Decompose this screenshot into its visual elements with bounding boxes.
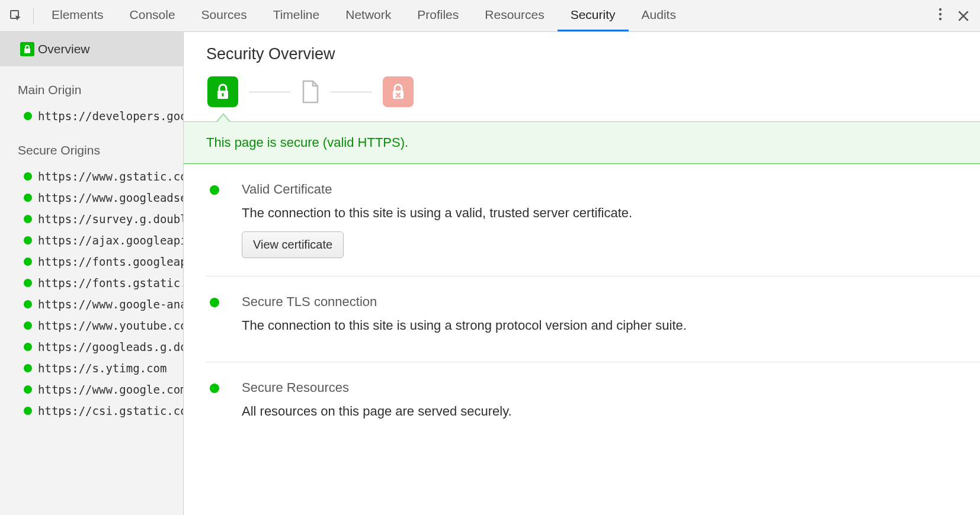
security-detail-block: Valid CertificateThe connection to this … xyxy=(206,164,980,276)
tab-sources[interactable]: Sources xyxy=(188,0,260,31)
origin-url: https://www.gstatic.com xyxy=(38,170,183,183)
secure-origins-header: Secure Origins xyxy=(0,127,183,166)
svg-rect-6 xyxy=(24,49,30,53)
devtools-tabbar: ElementsConsoleSourcesTimelineNetworkPro… xyxy=(0,0,980,32)
svg-point-1 xyxy=(939,8,941,10)
secure-dot-icon xyxy=(24,215,32,223)
tab-timeline[interactable]: Timeline xyxy=(260,0,333,31)
origin-item[interactable]: https://fonts.gstatic.com xyxy=(24,272,183,294)
tab-resources[interactable]: Resources xyxy=(472,0,557,31)
origin-item[interactable]: https://survey.g.doubleclick.net xyxy=(24,208,183,230)
tab-audits[interactable]: Audits xyxy=(629,0,689,31)
secure-dot-icon xyxy=(24,385,32,394)
origin-item[interactable]: https://fonts.googleapis.com xyxy=(24,251,183,272)
tab-security[interactable]: Security xyxy=(558,0,629,31)
sidebar-overview[interactable]: Overview xyxy=(0,32,183,66)
detail-description: All resources on this page are served se… xyxy=(242,404,956,419)
secure-dot-icon xyxy=(24,279,32,287)
origin-item[interactable]: https://www.gstatic.com xyxy=(24,166,183,187)
secure-dot-icon xyxy=(24,194,32,202)
insecure-state-icon xyxy=(383,76,414,107)
tabs-container: ElementsConsoleSourcesTimelineNetworkPro… xyxy=(39,0,689,31)
origin-url: https://www.youtube.com xyxy=(38,319,183,332)
security-sidebar: Overview Main Origin https://developers.… xyxy=(0,32,184,515)
svg-point-3 xyxy=(939,17,941,20)
origin-url: https://www.google.com xyxy=(38,383,183,396)
secure-dot-icon xyxy=(24,236,32,244)
origin-item[interactable]: https://s.ytimg.com xyxy=(24,358,183,379)
secure-dot-icon xyxy=(24,364,32,372)
secure-dot-icon xyxy=(24,258,32,266)
svg-rect-8 xyxy=(222,93,224,96)
secure-dot-icon xyxy=(210,298,219,307)
svg-point-2 xyxy=(939,12,941,15)
close-icon[interactable] xyxy=(957,10,969,22)
origin-url: https://googleads.g.doubleclick.net xyxy=(38,340,183,353)
origin-item[interactable]: https://googleads.g.doubleclick.net xyxy=(24,336,183,358)
security-detail-block: Secure ResourcesAll resources on this pa… xyxy=(206,362,980,448)
page-title: Security Overview xyxy=(206,45,980,63)
origin-item[interactable]: https://developers.google.com xyxy=(24,105,183,127)
secure-dot-icon xyxy=(210,384,219,393)
origin-url: https://www.googleadservices.com xyxy=(38,191,183,204)
secure-origin-list: https://www.gstatic.comhttps://www.googl… xyxy=(0,166,183,421)
origin-url: https://fonts.googleapis.com xyxy=(38,255,183,268)
detail-title: Secure Resources xyxy=(242,380,956,395)
detail-title: Valid Certificate xyxy=(242,182,956,197)
sidebar-overview-label: Overview xyxy=(38,42,90,56)
secure-dot-icon xyxy=(24,407,32,415)
tab-console[interactable]: Console xyxy=(117,0,188,31)
inspect-element-icon[interactable] xyxy=(7,7,25,25)
secure-dot-icon xyxy=(24,172,32,181)
origin-url: https://ajax.googleapis.com xyxy=(38,234,183,247)
secure-dot-icon xyxy=(210,185,219,195)
security-main-panel: Security Overview xyxy=(184,32,980,515)
security-state-indicator xyxy=(206,76,980,107)
secure-dot-icon xyxy=(24,343,32,351)
origin-url: https://www.google-analytics.com xyxy=(38,298,183,311)
main-origin-header: Main Origin xyxy=(0,66,183,105)
view-certificate-button[interactable]: View certificate xyxy=(242,231,344,258)
origin-url: https://s.ytimg.com xyxy=(38,362,166,375)
origin-item[interactable]: https://www.google-analytics.com xyxy=(24,294,183,315)
secure-dot-icon xyxy=(24,321,32,330)
main-origin-list: https://developers.google.com xyxy=(0,105,183,127)
security-status-banner: This page is secure (valid HTTPS). xyxy=(184,121,980,164)
state-connector-line xyxy=(331,92,372,92)
origin-url: https://developers.google.com xyxy=(38,110,183,123)
origin-item[interactable]: https://ajax.googleapis.com xyxy=(24,230,183,251)
kebab-menu-icon[interactable] xyxy=(939,7,942,25)
tab-elements[interactable]: Elements xyxy=(39,0,117,31)
detail-description: The connection to this site is using a v… xyxy=(242,205,956,221)
tab-profiles[interactable]: Profiles xyxy=(404,0,472,31)
state-connector-line xyxy=(249,92,290,92)
origin-item[interactable]: https://csi.gstatic.com xyxy=(24,400,183,421)
origin-item[interactable]: https://www.google.com xyxy=(24,379,183,400)
tabbar-divider xyxy=(33,8,34,24)
lock-secure-icon xyxy=(20,42,34,56)
origin-url: https://fonts.gstatic.com xyxy=(38,276,183,289)
origin-url: https://survey.g.doubleclick.net xyxy=(38,213,183,226)
secure-dot-icon xyxy=(24,112,32,120)
secure-dot-icon xyxy=(24,300,32,308)
tab-network[interactable]: Network xyxy=(332,0,404,31)
secure-state-icon xyxy=(207,76,238,107)
origin-url: https://csi.gstatic.com xyxy=(38,404,183,417)
security-detail-block: Secure TLS connectionThe connection to t… xyxy=(206,276,980,362)
origin-item[interactable]: https://www.googleadservices.com xyxy=(24,187,183,208)
detail-title: Secure TLS connection xyxy=(242,294,956,310)
origin-item[interactable]: https://www.youtube.com xyxy=(24,315,183,336)
detail-description: The connection to this site is using a s… xyxy=(242,318,956,333)
page-neutral-icon xyxy=(301,80,320,104)
